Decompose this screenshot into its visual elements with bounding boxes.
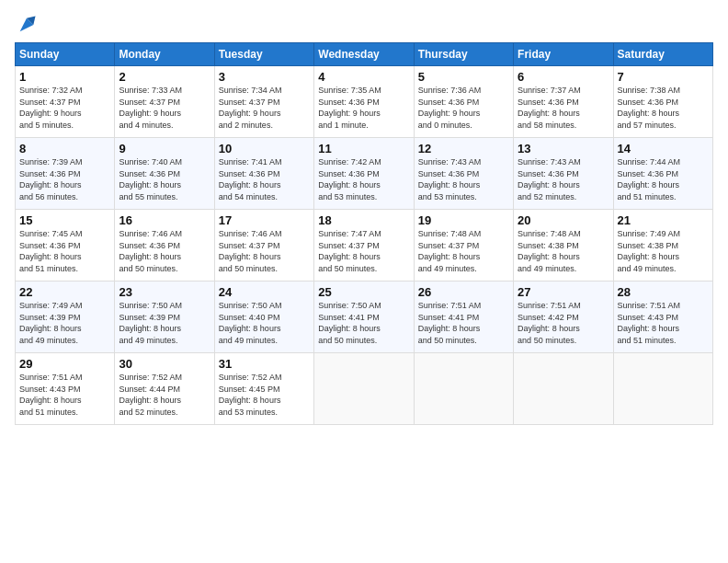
cell-details: Sunrise: 7:49 AMSunset: 4:39 PMDaylight:…	[19, 300, 110, 346]
cell-details: Sunrise: 7:50 AMSunset: 4:40 PMDaylight:…	[219, 300, 310, 346]
day-number: 31	[219, 357, 310, 371]
day-number: 24	[219, 285, 310, 299]
header-cell-wednesday: Wednesday	[314, 43, 414, 66]
cell-details: Sunrise: 7:52 AMSunset: 4:45 PMDaylight:…	[219, 372, 310, 418]
day-number: 28	[618, 285, 709, 299]
cell-details: Sunrise: 7:51 AMSunset: 4:42 PMDaylight:…	[518, 300, 609, 346]
calendar-cell: 4Sunrise: 7:35 AMSunset: 4:36 PMDaylight…	[314, 66, 414, 138]
day-number: 29	[19, 357, 110, 371]
calendar-table: SundayMondayTuesdayWednesdayThursdayFrid…	[15, 42, 713, 425]
day-number: 9	[119, 142, 210, 155]
cell-details: Sunrise: 7:42 AMSunset: 4:36 PMDaylight:…	[318, 156, 409, 202]
calendar-cell: 22Sunrise: 7:49 AMSunset: 4:39 PMDayligh…	[16, 282, 115, 353]
day-number: 15	[19, 213, 110, 227]
calendar-cell	[613, 353, 712, 425]
calendar-cell: 17Sunrise: 7:46 AMSunset: 4:37 PMDayligh…	[214, 210, 313, 282]
day-number: 4	[318, 70, 409, 84]
week-row-4: 22Sunrise: 7:49 AMSunset: 4:39 PMDayligh…	[16, 282, 713, 353]
cell-details: Sunrise: 7:48 AMSunset: 4:38 PMDaylight:…	[518, 228, 609, 274]
day-number: 23	[119, 285, 210, 299]
cell-details: Sunrise: 7:48 AMSunset: 4:37 PMDaylight:…	[418, 228, 509, 274]
cell-details: Sunrise: 7:35 AMSunset: 4:36 PMDaylight:…	[318, 85, 409, 131]
cell-details: Sunrise: 7:40 AMSunset: 4:36 PMDaylight:…	[119, 156, 210, 202]
header-cell-monday: Monday	[115, 43, 214, 66]
calendar-cell: 10Sunrise: 7:41 AMSunset: 4:36 PMDayligh…	[214, 138, 313, 210]
calendar-cell: 12Sunrise: 7:43 AMSunset: 4:36 PMDayligh…	[414, 138, 513, 210]
calendar-cell: 6Sunrise: 7:37 AMSunset: 4:36 PMDaylight…	[514, 66, 613, 138]
calendar-cell: 30Sunrise: 7:52 AMSunset: 4:44 PMDayligh…	[115, 353, 214, 425]
day-number: 17	[219, 213, 310, 227]
calendar-cell: 31Sunrise: 7:52 AMSunset: 4:45 PMDayligh…	[214, 353, 313, 425]
cell-details: Sunrise: 7:34 AMSunset: 4:37 PMDaylight:…	[219, 85, 310, 131]
cell-details: Sunrise: 7:43 AMSunset: 4:36 PMDaylight:…	[418, 156, 509, 202]
cell-details: Sunrise: 7:51 AMSunset: 4:43 PMDaylight:…	[618, 300, 709, 346]
cell-details: Sunrise: 7:49 AMSunset: 4:38 PMDaylight:…	[618, 228, 709, 274]
calendar-cell: 18Sunrise: 7:47 AMSunset: 4:37 PMDayligh…	[314, 210, 414, 282]
header-row: SundayMondayTuesdayWednesdayThursdayFrid…	[16, 43, 713, 66]
cell-details: Sunrise: 7:37 AMSunset: 4:36 PMDaylight:…	[518, 85, 609, 131]
calendar-cell: 9Sunrise: 7:40 AMSunset: 4:36 PMDaylight…	[115, 138, 214, 210]
day-number: 25	[318, 285, 409, 299]
calendar-cell: 24Sunrise: 7:50 AMSunset: 4:40 PMDayligh…	[214, 282, 313, 353]
cell-details: Sunrise: 7:44 AMSunset: 4:36 PMDaylight:…	[618, 156, 709, 202]
calendar-cell	[314, 353, 414, 425]
day-number: 8	[19, 142, 110, 155]
cell-details: Sunrise: 7:47 AMSunset: 4:37 PMDaylight:…	[318, 228, 409, 274]
day-number: 27	[518, 285, 609, 299]
calendar-cell: 13Sunrise: 7:43 AMSunset: 4:36 PMDayligh…	[514, 138, 613, 210]
calendar-cell: 25Sunrise: 7:50 AMSunset: 4:41 PMDayligh…	[314, 282, 414, 353]
day-number: 20	[518, 213, 609, 227]
calendar-cell: 20Sunrise: 7:48 AMSunset: 4:38 PMDayligh…	[514, 210, 613, 282]
cell-details: Sunrise: 7:41 AMSunset: 4:36 PMDaylight:…	[219, 156, 310, 202]
day-number: 3	[219, 70, 310, 84]
day-number: 7	[618, 70, 709, 84]
calendar-cell: 14Sunrise: 7:44 AMSunset: 4:36 PMDayligh…	[613, 138, 712, 210]
calendar-cell: 19Sunrise: 7:48 AMSunset: 4:37 PMDayligh…	[414, 210, 513, 282]
calendar-cell: 26Sunrise: 7:51 AMSunset: 4:41 PMDayligh…	[414, 282, 513, 353]
header-cell-saturday: Saturday	[613, 43, 712, 66]
logo-icon	[17, 15, 37, 35]
week-row-2: 8Sunrise: 7:39 AMSunset: 4:36 PMDaylight…	[16, 138, 713, 210]
cell-details: Sunrise: 7:46 AMSunset: 4:36 PMDaylight:…	[119, 228, 210, 274]
header-cell-friday: Friday	[514, 43, 613, 66]
week-row-1: 1Sunrise: 7:32 AMSunset: 4:37 PMDaylight…	[16, 66, 713, 138]
day-number: 14	[618, 142, 709, 155]
cell-details: Sunrise: 7:39 AMSunset: 4:36 PMDaylight:…	[19, 156, 110, 202]
day-number: 6	[518, 70, 609, 84]
cell-details: Sunrise: 7:52 AMSunset: 4:44 PMDaylight:…	[119, 372, 210, 418]
day-number: 13	[518, 142, 609, 155]
cell-details: Sunrise: 7:45 AMSunset: 4:36 PMDaylight:…	[19, 228, 110, 274]
week-row-3: 15Sunrise: 7:45 AMSunset: 4:36 PMDayligh…	[16, 210, 713, 282]
calendar-cell	[414, 353, 513, 425]
calendar-cell	[514, 353, 613, 425]
calendar-cell: 29Sunrise: 7:51 AMSunset: 4:43 PMDayligh…	[16, 353, 115, 425]
calendar-cell: 27Sunrise: 7:51 AMSunset: 4:42 PMDayligh…	[514, 282, 613, 353]
day-number: 22	[19, 285, 110, 299]
calendar-cell: 21Sunrise: 7:49 AMSunset: 4:38 PMDayligh…	[613, 210, 712, 282]
cell-details: Sunrise: 7:38 AMSunset: 4:36 PMDaylight:…	[618, 85, 709, 131]
cell-details: Sunrise: 7:36 AMSunset: 4:36 PMDaylight:…	[418, 85, 509, 131]
cell-details: Sunrise: 7:50 AMSunset: 4:41 PMDaylight:…	[318, 300, 409, 346]
calendar-cell: 23Sunrise: 7:50 AMSunset: 4:39 PMDayligh…	[115, 282, 214, 353]
cell-details: Sunrise: 7:46 AMSunset: 4:37 PMDaylight:…	[219, 228, 310, 274]
calendar-cell: 2Sunrise: 7:33 AMSunset: 4:37 PMDaylight…	[115, 66, 214, 138]
calendar-cell: 3Sunrise: 7:34 AMSunset: 4:37 PMDaylight…	[214, 66, 313, 138]
logo	[15, 15, 37, 35]
day-number: 16	[119, 213, 210, 227]
calendar-cell: 16Sunrise: 7:46 AMSunset: 4:36 PMDayligh…	[115, 210, 214, 282]
cell-details: Sunrise: 7:43 AMSunset: 4:36 PMDaylight:…	[518, 156, 609, 202]
calendar-cell: 28Sunrise: 7:51 AMSunset: 4:43 PMDayligh…	[613, 282, 712, 353]
calendar-cell: 11Sunrise: 7:42 AMSunset: 4:36 PMDayligh…	[314, 138, 414, 210]
calendar-cell: 7Sunrise: 7:38 AMSunset: 4:36 PMDaylight…	[613, 66, 712, 138]
header-cell-sunday: Sunday	[16, 43, 115, 66]
calendar-cell: 1Sunrise: 7:32 AMSunset: 4:37 PMDaylight…	[16, 66, 115, 138]
day-number: 10	[219, 142, 310, 155]
cell-details: Sunrise: 7:32 AMSunset: 4:37 PMDaylight:…	[19, 85, 110, 131]
day-number: 30	[119, 357, 210, 371]
day-number: 11	[318, 142, 409, 155]
cell-details: Sunrise: 7:33 AMSunset: 4:37 PMDaylight:…	[119, 85, 210, 131]
day-number: 2	[119, 70, 210, 84]
day-number: 26	[418, 285, 509, 299]
day-number: 19	[418, 213, 509, 227]
header-cell-tuesday: Tuesday	[214, 43, 313, 66]
